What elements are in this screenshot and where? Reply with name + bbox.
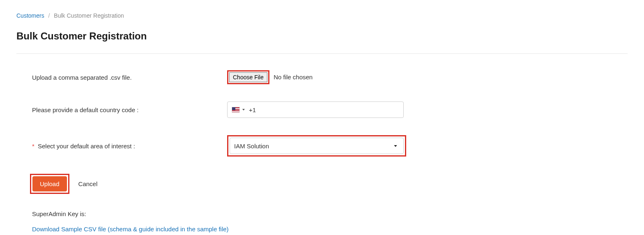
upload-csv-row: Upload a comma separated .csv file. Choo… [32, 70, 628, 84]
divider [16, 53, 628, 54]
country-code-label: Please provide a default country code : [32, 106, 227, 113]
page-title: Bulk Customer Registration [16, 30, 628, 42]
file-status-text: No file chosen [274, 74, 313, 81]
upload-button-highlight: Upload [30, 174, 69, 194]
area-interest-select[interactable]: IAM Solution [230, 138, 404, 154]
area-select-highlight: IAM Solution [227, 135, 406, 157]
choose-file-highlight: Choose File [227, 70, 269, 84]
breadcrumb-current: Bulk Customer Registration [54, 12, 124, 19]
download-sample-link[interactable]: Download Sample CSV file (schema & guide… [32, 226, 229, 233]
superadmin-key-label: SuperAdmin Key is: [32, 210, 86, 217]
country-code-input[interactable] [227, 101, 404, 118]
country-code-field[interactable] [249, 106, 399, 113]
country-flag-selector[interactable] [232, 107, 249, 113]
upload-button[interactable]: Upload [32, 176, 67, 191]
breadcrumb-parent-link[interactable]: Customers [16, 12, 44, 19]
area-interest-label-text: Select your default area of interest : [38, 143, 135, 150]
upload-csv-label: Upload a comma separated .csv file. [32, 74, 227, 81]
superadmin-key-row: SuperAdmin Key is: [32, 210, 628, 217]
file-input-group: Choose File No file chosen [227, 70, 313, 84]
action-buttons-row: Upload Cancel [30, 174, 628, 194]
us-flag-icon [232, 107, 240, 113]
area-interest-row: * Select your default area of interest :… [32, 135, 628, 157]
area-interest-label: * Select your default area of interest : [32, 143, 227, 150]
cancel-button[interactable]: Cancel [78, 180, 98, 187]
form-container: Upload a comma separated .csv file. Choo… [16, 70, 628, 233]
breadcrumb-separator: / [48, 12, 50, 19]
required-asterisk: * [32, 143, 34, 150]
country-code-row: Please provide a default country code : [32, 101, 628, 118]
breadcrumb: Customers / Bulk Customer Registration [16, 12, 628, 19]
choose-file-button[interactable]: Choose File [229, 72, 267, 82]
chevron-down-icon [242, 109, 245, 111]
